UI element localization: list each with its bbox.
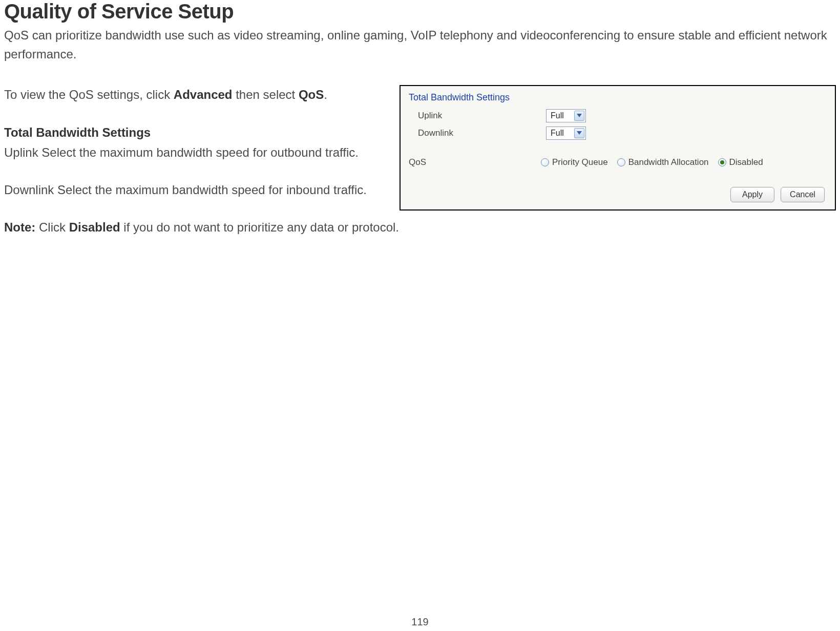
downlink-description: Downlink Select the maximum bandwidth sp… [4,180,393,199]
view-prefix: To view the QoS settings, click [4,88,174,101]
uplink-select[interactable]: Full [546,109,586,122]
qos-settings-panel: Total Bandwidth Settings Uplink Full Dow… [400,85,836,211]
note-label: Note: [4,220,35,234]
radio-label: Disabled [729,157,763,167]
apply-button[interactable]: Apply [730,187,774,202]
panel-section-title: Total Bandwidth Settings [401,86,835,108]
radio-icon [541,158,549,166]
svg-marker-1 [577,131,582,135]
radio-priority-queue[interactable]: Priority Queue [541,157,608,167]
qos-label-text: QoS [299,88,324,101]
radio-icon [718,158,726,166]
qos-field-label: QoS [409,157,541,167]
uplink-field-label: Uplink [418,111,546,121]
radio-bandwidth-allocation[interactable]: Bandwidth Allocation [617,157,709,167]
qos-radio-group: Priority Queue Bandwidth Allocation Disa… [541,157,768,167]
downlink-select[interactable]: Full [546,127,586,140]
subheading-total-bandwidth: Total Bandwidth Settings [4,123,393,142]
cancel-button[interactable]: Cancel [781,187,825,202]
note-suffix: if you do not want to prioritize any dat… [120,220,399,234]
left-column: To view the QoS settings, click Advanced… [4,85,393,218]
uplink-row: Uplink Full [401,108,835,125]
panel-button-row: Apply Cancel [401,172,835,202]
note-paragraph: Note: Click Disabled if you do not want … [4,218,836,237]
page-number: 119 [0,616,840,628]
note-bold: Disabled [69,220,120,234]
qos-row: QoS Priority Queue Bandwidth Allocation … [401,143,835,172]
radio-disabled[interactable]: Disabled [718,157,763,167]
svg-marker-0 [577,114,582,117]
note-prefix: Click [35,220,69,234]
radio-label: Priority Queue [552,157,608,167]
downlink-select-value: Full [551,129,572,138]
view-instructions: To view the QoS settings, click Advanced… [4,85,393,104]
advanced-label: Advanced [174,88,233,101]
radio-label: Bandwidth Allocation [628,157,709,167]
chevron-down-icon[interactable] [574,128,584,138]
chevron-down-icon[interactable] [574,111,584,121]
radio-icon [617,158,625,166]
downlink-row: Downlink Full [401,125,835,143]
page-title: Quality of Service Setup [4,0,836,23]
downlink-field-label: Downlink [418,128,546,138]
uplink-description: Uplink Select the maximum bandwidth spee… [4,143,393,162]
view-middle: then select [233,88,299,101]
uplink-select-value: Full [551,111,572,120]
view-suffix: . [324,88,327,101]
intro-paragraph: QoS can prioritize bandwidth use such as… [4,26,836,64]
